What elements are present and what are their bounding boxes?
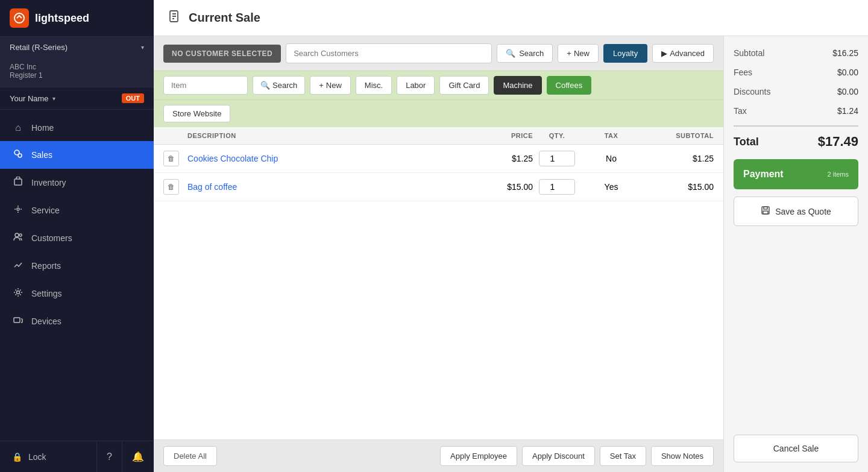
right-panel: Subtotal $16.25 Fees $0.00 Discounts $0.… — [723, 36, 868, 472]
sidebar-item-customers[interactable]: Customers — [0, 224, 154, 252]
tax-value: $1.24 — [837, 106, 858, 116]
new-item-button[interactable]: + New — [310, 76, 351, 95]
col-qty: QTY. — [533, 132, 581, 139]
show-notes-button[interactable]: Show Notes — [651, 446, 714, 466]
sidebar-item-sales[interactable]: Sales — [0, 141, 154, 169]
advanced-button[interactable]: ▶ Advanced — [652, 44, 714, 63]
no-customer-label: NO CUSTOMER SELECTED — [163, 45, 281, 63]
sidebar-item-label: Customers — [31, 233, 72, 243]
item-link-1[interactable]: Cookies Chocolate Chip — [187, 154, 278, 163]
subtotal-value: $16.25 — [832, 48, 858, 58]
search-icon: 🔍 — [260, 81, 270, 90]
row-delete-cell: 🗑 — [163, 151, 187, 166]
sidebar-item-label: Home — [31, 123, 54, 133]
payment-items-badge: 2 items — [828, 171, 849, 178]
misc-button[interactable]: Misc. — [356, 76, 392, 95]
svg-point-2 — [18, 154, 22, 157]
item-link-2[interactable]: Bag of coffee — [187, 182, 237, 192]
apply-employee-button[interactable]: Apply Employee — [440, 446, 517, 466]
row-subtotal-cell: $1.25 — [641, 154, 714, 163]
sidebar-item-devices[interactable]: Devices — [0, 307, 154, 335]
register-info: ABC Inc Register 1 — [0, 58, 154, 87]
bell-icon: 🔔 — [132, 452, 144, 462]
home-icon: ⌂ — [12, 122, 24, 133]
svg-rect-11 — [764, 207, 767, 209]
plus-icon: + — [319, 81, 324, 90]
nav-menu: ⌂ Home Sales Inventory Service Custome — [0, 110, 154, 441]
svg-point-4 — [17, 208, 19, 210]
row-price-cell: $1.25 — [461, 154, 533, 163]
delete-row-2-button[interactable]: 🗑 — [163, 179, 179, 195]
lock-button[interactable]: 🔒 Lock — [0, 442, 96, 471]
qty-input-1[interactable] — [539, 151, 575, 166]
help-button[interactable]: ? — [96, 442, 122, 472]
store-website-button[interactable]: Store Website — [163, 105, 230, 122]
total-value: $17.49 — [818, 134, 858, 149]
sales-icon — [12, 149, 24, 161]
machine-button[interactable]: Machine — [494, 76, 541, 95]
search-customers-input[interactable] — [286, 43, 492, 63]
labor-button[interactable]: Labor — [397, 76, 435, 95]
payment-button[interactable]: Payment 2 items — [734, 159, 858, 189]
sidebar-item-label: Devices — [31, 316, 61, 326]
svg-rect-12 — [763, 211, 768, 214]
company-name: ABC Inc — [10, 63, 144, 71]
fees-value: $0.00 — [837, 68, 858, 77]
fees-row: Fees $0.00 — [734, 65, 858, 80]
cancel-sale-button[interactable]: Cancel Sale — [734, 435, 858, 462]
col-tax: TAX — [581, 132, 641, 139]
sidebar: lightspeed Retail (R-Series) ▾ ABC Inc R… — [0, 0, 154, 472]
delete-all-button[interactable]: Delete All — [163, 446, 217, 466]
table-row: 🗑 Cookies Chocolate Chip $1.25 No $1.25 — [154, 145, 723, 173]
main-content: Current Sale NO CUSTOMER SELECTED 🔍 Sear… — [154, 0, 868, 472]
table-header: DESCRIPTION PRICE QTY. TAX SUBTOTAL — [154, 127, 723, 145]
row-description-cell: Cookies Chocolate Chip — [187, 154, 461, 163]
discounts-value: $0.00 — [837, 87, 858, 96]
apply-discount-button[interactable]: Apply Discount — [522, 446, 595, 466]
save-icon — [761, 206, 770, 217]
delete-row-1-button[interactable]: 🗑 — [163, 151, 179, 166]
user-name[interactable]: Your Name ▾ — [10, 94, 55, 103]
logo-area: lightspeed — [0, 0, 154, 37]
subtotal-label: Subtotal — [734, 48, 764, 58]
qty-input-2[interactable] — [539, 179, 575, 195]
notification-button[interactable]: 🔔 — [122, 441, 154, 472]
col-delete — [163, 132, 187, 139]
svg-rect-3 — [14, 179, 22, 185]
total-label: Total — [734, 136, 759, 148]
logo-text: lightspeed — [35, 12, 89, 25]
svg-point-0 — [14, 13, 24, 23]
search-customers-button[interactable]: 🔍 Search — [497, 44, 553, 63]
chevron-icon: ▾ — [52, 95, 55, 102]
store-selector[interactable]: Retail (R-Series) ▾ — [0, 37, 154, 58]
lock-icon: 🔒 — [12, 452, 22, 462]
sidebar-item-settings[interactable]: Settings — [0, 280, 154, 307]
row-tax-cell: No — [581, 154, 641, 163]
service-icon — [12, 204, 24, 216]
sidebar-item-inventory[interactable]: Inventory — [0, 169, 154, 197]
discounts-label: Discounts — [734, 87, 770, 96]
page-title: Current Sale — [189, 11, 260, 25]
item-search-button[interactable]: 🔍 Search — [253, 76, 305, 95]
new-customer-button[interactable]: + New — [558, 44, 599, 63]
loyalty-button[interactable]: Loyalty — [603, 44, 647, 63]
row-tax-cell: Yes — [581, 182, 641, 192]
item-bar: 🔍 Search + New Misc. Labor Gift Card Ma — [154, 71, 723, 100]
save-quote-button[interactable]: Save as Quote — [734, 197, 858, 226]
sidebar-item-service[interactable]: Service — [0, 197, 154, 224]
lock-label: Lock — [28, 452, 46, 462]
page-icon — [168, 10, 181, 26]
fees-label: Fees — [734, 68, 752, 77]
row-qty-cell — [533, 151, 581, 166]
customer-bar: NO CUSTOMER SELECTED 🔍 Search + New Loya… — [154, 36, 723, 71]
sidebar-item-reports[interactable]: Reports — [0, 252, 154, 280]
coffees-button[interactable]: Coffees — [547, 76, 592, 95]
sidebar-item-home[interactable]: ⌂ Home — [0, 115, 154, 141]
item-search-input[interactable] — [163, 76, 248, 95]
register-name: Register 1 — [10, 71, 144, 80]
sidebar-item-label: Inventory — [31, 178, 66, 187]
set-tax-button[interactable]: Set Tax — [600, 446, 646, 466]
gift-card-button[interactable]: Gift Card — [439, 76, 489, 95]
svg-point-7 — [17, 291, 20, 294]
table-row: 🗑 Bag of coffee $15.00 Yes $15.00 — [154, 173, 723, 201]
